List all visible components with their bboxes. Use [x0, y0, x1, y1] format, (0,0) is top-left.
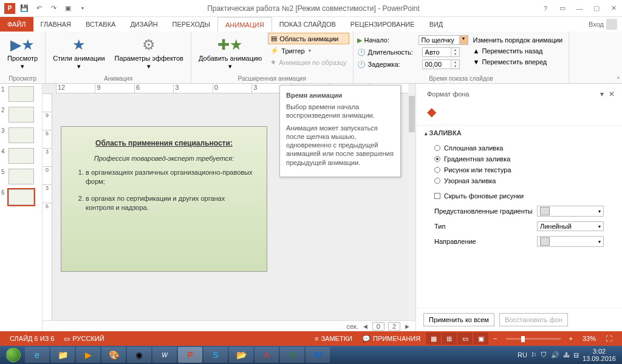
strip-right-icon[interactable]: ►: [404, 323, 411, 330]
check-hide-bg[interactable]: Скрыть фоновые рисунки: [416, 189, 622, 203]
task-chrome-icon[interactable]: ◉: [127, 347, 151, 363]
status-lang[interactable]: ▭РУССКИЙ: [59, 335, 109, 343]
qat-save-icon[interactable]: 💾: [17, 1, 32, 16]
zoom-out-icon[interactable]: −: [488, 335, 502, 342]
tab-home[interactable]: ГЛАВНАЯ: [33, 17, 78, 32]
add-anim-button[interactable]: ✚★ Добавить анимацию ▾: [195, 33, 265, 73]
view-normal-icon[interactable]: ▦: [425, 332, 441, 345]
delay-up[interactable]: ▴: [451, 60, 459, 64]
zoom-label[interactable]: 33%: [578, 335, 601, 342]
preset-combo[interactable]: ▾: [537, 206, 604, 217]
preview-button[interactable]: ▶★ Просмотр ▾: [4, 33, 41, 73]
status-comments[interactable]: 💬ПРИМЕЧАНИЯ: [357, 335, 425, 343]
task-pdf-icon[interactable]: A: [255, 347, 279, 363]
tray-clock[interactable]: 3:02 13.09.2016: [583, 348, 616, 362]
start-select[interactable]: [419, 35, 460, 45]
delay-label: Задержка:: [368, 61, 420, 68]
ribbon-display-icon[interactable]: ▭: [554, 1, 571, 16]
task-ie-icon[interactable]: e: [25, 347, 49, 363]
task-explorer-icon[interactable]: 📁: [50, 347, 75, 363]
slide-canvas[interactable]: Область применения специальности: Профес…: [61, 126, 267, 272]
radio-picture[interactable]: Рисунок или текстура: [434, 164, 604, 175]
editor-scroll-v[interactable]: [408, 84, 415, 324]
radio-solid[interactable]: Сплошная заливка: [434, 143, 604, 153]
thumb-4[interactable]: 4: [0, 146, 42, 166]
help-icon[interactable]: ?: [537, 1, 554, 16]
thumb-2[interactable]: 2: [0, 104, 42, 125]
strip-left-icon[interactable]: ◄: [362, 323, 369, 330]
tab-insert[interactable]: ВСТАВКА: [78, 17, 123, 32]
tray-sound-icon[interactable]: 🔊: [551, 351, 559, 359]
tab-file[interactable]: ФАЙЛ: [0, 17, 33, 32]
sec-label: сек.: [346, 323, 358, 330]
tray-device-icon[interactable]: ⊟: [573, 351, 579, 359]
type-label: Тип: [434, 223, 537, 230]
pane-dropdown-icon[interactable]: ▾: [600, 90, 604, 98]
move-back-button[interactable]: ▲ Переместить назад: [471, 46, 566, 56]
up-arrow-icon: ▲: [473, 47, 480, 55]
move-fwd-button[interactable]: ▼ Переместить вперед: [471, 57, 566, 67]
tab-review[interactable]: РЕЦЕНЗИРОВАНИЕ: [343, 17, 422, 32]
zoom-in-icon[interactable]: +: [564, 335, 578, 342]
qat-redo-icon[interactable]: ↷: [46, 1, 61, 16]
fill-bucket-icon[interactable]: ◆: [416, 102, 622, 125]
task-ppt-icon[interactable]: P: [178, 347, 202, 363]
effect-params-button[interactable]: ⚙ Параметры эффектов ▾: [111, 33, 187, 73]
duration-down[interactable]: ▾: [451, 52, 459, 56]
tray-net-icon[interactable]: 🖧: [563, 351, 570, 359]
tab-animations[interactable]: АНИМАЦИЯ: [217, 17, 272, 32]
qat-customize-icon[interactable]: ▾: [75, 1, 90, 16]
trigger-button[interactable]: ⚡ Триггер ▾: [268, 46, 349, 56]
apply-all-button[interactable]: Применить ко всем: [423, 313, 494, 326]
minimize-icon[interactable]: —: [571, 1, 588, 16]
direction-combo[interactable]: ▾: [537, 236, 604, 247]
delay-input[interactable]: [423, 60, 451, 69]
thumb-3[interactable]: 3: [0, 125, 42, 146]
type-combo[interactable]: Линейный▾: [537, 221, 604, 231]
preview-group-label: Просмотр: [4, 75, 41, 83]
tray-lang[interactable]: RU: [518, 351, 527, 359]
task-skype-icon[interactable]: S: [203, 347, 228, 363]
task-word-icon[interactable]: W: [306, 347, 330, 363]
add-anim-label: Добавить анимацию: [199, 55, 262, 62]
tooltip-start-time: Время анимации Выбор времени начала восп…: [279, 85, 401, 177]
zoom-slider[interactable]: [506, 338, 561, 340]
anim-styles-button[interactable]: ★ Стили анимации ▾: [49, 33, 108, 73]
task-media-icon[interactable]: ▶: [76, 347, 100, 363]
thumb-5[interactable]: 5: [0, 166, 42, 187]
close-icon[interactable]: ✕: [605, 1, 622, 16]
qat-undo-icon[interactable]: ↶: [32, 1, 46, 16]
login-link[interactable]: Вход: [584, 17, 622, 32]
view-sorter-icon[interactable]: ⊞: [441, 332, 457, 345]
thumb-6[interactable]: 6: [0, 187, 42, 207]
delay-down[interactable]: ▾: [451, 64, 459, 69]
tab-view[interactable]: ВИД: [422, 17, 451, 32]
task-write-icon[interactable]: W: [152, 347, 177, 363]
chevron-down-icon: ▾: [77, 62, 81, 70]
task-folder-icon[interactable]: 📂: [229, 347, 253, 363]
start-button[interactable]: [2, 346, 24, 363]
fit-to-window-icon[interactable]: ⛶: [601, 335, 617, 342]
radio-pattern[interactable]: Узорная заливка: [434, 175, 604, 186]
start-dropdown-button[interactable]: ▾: [460, 35, 468, 45]
view-reading-icon[interactable]: ▭: [457, 332, 473, 345]
tray-safe-icon[interactable]: ⛉: [541, 351, 547, 359]
thumb-1[interactable]: 1: [0, 84, 42, 104]
anim-pane-button[interactable]: ▤ Область анимации: [268, 33, 349, 44]
tab-design[interactable]: ДИЗАЙН: [123, 17, 165, 32]
tab-transitions[interactable]: ПЕРЕХОДЫ: [165, 17, 217, 32]
status-notes[interactable]: ≡ЗАМЕТКИ: [310, 335, 357, 342]
view-slideshow-icon[interactable]: ▣: [473, 332, 488, 345]
pane-close-icon[interactable]: ✕: [609, 90, 615, 98]
task-paint-icon[interactable]: 🎨: [101, 347, 126, 363]
radio-gradient[interactable]: Градиентная заливка: [434, 153, 604, 164]
tray-flag-icon[interactable]: ⚐: [531, 351, 537, 359]
qat-start-icon[interactable]: ▣: [61, 1, 75, 16]
duration-up[interactable]: ▴: [451, 48, 459, 52]
maximize-icon[interactable]: ▢: [588, 1, 605, 16]
duration-input[interactable]: [423, 48, 451, 56]
task-excel-icon[interactable]: X: [280, 347, 304, 363]
fill-accordion[interactable]: ЗАЛИВКА: [416, 125, 622, 140]
ribbon-collapse-icon[interactable]: ^: [617, 76, 620, 82]
tab-slideshow[interactable]: ПОКАЗ СЛАЙДОВ: [272, 17, 343, 32]
